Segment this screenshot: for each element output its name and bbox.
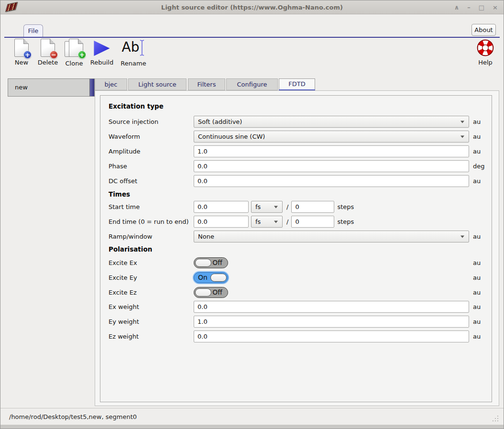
row-excite-ex: Excite Ex Off au <box>109 257 487 269</box>
delete-button-label: Delete <box>36 59 60 66</box>
tab-fdtd[interactable]: FDTD <box>279 78 315 90</box>
start-steps-input[interactable] <box>291 201 334 213</box>
dropdown-value: fs <box>255 218 261 225</box>
start-time-unit-dropdown[interactable]: fs <box>251 201 283 213</box>
chevron-down-icon <box>460 135 464 138</box>
field-label: Ey weight <box>109 318 194 325</box>
field-label: Amplitude <box>109 148 194 155</box>
tab-fdtd-label: FDTD <box>288 80 305 88</box>
row-excite-ez: Excite Ez Off au <box>109 286 487 298</box>
shade-button[interactable]: ∧ <box>454 0 460 14</box>
section-times: Times <box>109 190 130 198</box>
play-triangle-icon <box>93 41 110 56</box>
chevron-down-icon <box>274 220 278 223</box>
rename-ab-glyph: Ab <box>122 39 140 56</box>
steps-label: steps <box>337 203 354 210</box>
about-button[interactable]: About <box>471 24 496 36</box>
sidebar-scrollbar[interactable] <box>89 79 94 96</box>
dropdown-value: Continuous sine (CW) <box>198 133 265 140</box>
dc-offset-input[interactable] <box>194 175 469 187</box>
plus-badge-icon: + <box>23 51 32 59</box>
sidebar-item-label: new <box>15 84 28 91</box>
fdtd-form-panel: Excitation type Source injection Soft (a… <box>100 95 492 402</box>
amplitude-input[interactable] <box>194 145 469 157</box>
row-start-time: Start time fs / steps <box>109 201 487 213</box>
excite-ez-toggle[interactable]: Off <box>194 287 228 298</box>
end-steps-input[interactable] <box>291 216 334 228</box>
toggle-knob <box>210 274 227 282</box>
field-label: Excite Ez <box>109 289 194 296</box>
titlebar: Light source editor (https://www.Oghma-N… <box>0 0 504 14</box>
rename-button[interactable]: Ab Rename <box>119 39 148 67</box>
resize-grip[interactable] <box>492 415 499 422</box>
excite-ey-toggle[interactable]: On <box>194 272 228 283</box>
statusbar: /home/rod/Desktop/test5,new, segment0 <box>0 408 504 426</box>
row-end-time: End time (0 = run to end) fs / steps <box>109 216 487 228</box>
light-source-editor-window: Light source editor (https://www.Oghma-N… <box>0 0 504 429</box>
menu-accent-line <box>4 37 500 38</box>
text-cursor-icon <box>139 39 145 57</box>
row-ey-weight: Ey weight au <box>109 316 487 328</box>
field-label: Ex weight <box>109 303 194 310</box>
clone-button-label: Clone <box>63 60 86 67</box>
tab-light-source[interactable]: Light source <box>128 78 186 90</box>
dropdown-value: fs <box>255 203 261 210</box>
tab-object[interactable]: bjec <box>95 78 127 90</box>
close-button[interactable]: × <box>493 0 498 14</box>
row-ex-weight: Ex weight au <box>109 301 487 313</box>
source-injection-dropdown[interactable]: Soft (additive) <box>194 116 469 128</box>
chevron-down-icon <box>460 235 464 238</box>
help-button[interactable]: Help <box>475 39 496 66</box>
lifebuoy-help-icon <box>476 39 494 57</box>
ey-weight-input[interactable] <box>194 316 469 328</box>
window-bottom-edge <box>0 425 504 429</box>
chevron-down-icon <box>460 121 464 123</box>
field-label: End time (0 = run to end) <box>109 218 194 225</box>
start-time-input[interactable] <box>194 201 249 213</box>
slash-separator: / <box>286 218 288 225</box>
rebuild-button[interactable]: Rebuild <box>89 39 114 66</box>
dropdown-value: None <box>198 233 214 240</box>
minus-badge-icon: − <box>50 51 58 59</box>
front-document-icon: + <box>69 39 83 57</box>
help-button-label: Help <box>475 59 496 66</box>
end-time-input[interactable] <box>194 216 249 228</box>
window-controls: ∧ – □ × <box>454 0 498 14</box>
maximize-button[interactable]: □ <box>479 0 484 14</box>
row-waveform: Waveform Continuous sine (CW) au <box>109 131 487 143</box>
rename-ab-icon: Ab <box>119 39 148 58</box>
excite-ex-toggle[interactable]: Off <box>194 257 228 268</box>
page-fold-icon <box>50 39 55 44</box>
status-path-text: /home/rod/Desktop/test5,new, segment0 <box>9 413 137 420</box>
ex-weight-input[interactable] <box>194 301 469 313</box>
field-label: Waveform <box>109 133 194 140</box>
unit-label: au <box>473 303 481 310</box>
waveform-dropdown[interactable]: Continuous sine (CW) <box>194 131 469 143</box>
tab-configure[interactable]: Configure <box>226 78 278 90</box>
sidebar-item-new[interactable]: new <box>8 78 95 97</box>
field-label: Excite Ex <box>109 259 194 266</box>
ez-weight-input[interactable] <box>194 330 469 342</box>
window-title: Light source editor (https://www.Oghma-N… <box>0 0 504 14</box>
delete-button[interactable]: − Delete <box>36 39 60 66</box>
new-button-label: New <box>11 59 32 66</box>
toggle-state-label: Off <box>212 288 222 296</box>
ramp-window-dropdown[interactable]: None <box>194 231 469 242</box>
end-time-unit-dropdown[interactable]: fs <box>251 216 283 228</box>
row-excite-ey: Excite Ey On au <box>109 272 487 284</box>
clone-button[interactable]: + Clone <box>63 39 86 67</box>
tab-filters[interactable]: Filters <box>188 78 225 90</box>
page-fold-icon <box>78 39 83 44</box>
unit-label: deg <box>473 163 485 170</box>
file-menu-tab[interactable]: File <box>23 24 43 37</box>
page-fold-icon <box>23 39 29 44</box>
row-amplitude: Amplitude au <box>109 145 487 157</box>
phase-input[interactable] <box>194 160 469 172</box>
delete-document-icon: − <box>41 39 55 57</box>
minimize-button[interactable]: – <box>467 0 471 14</box>
unit-label: au <box>473 133 481 140</box>
clone-documents-icon: + <box>65 39 84 58</box>
new-document-icon: + <box>14 39 29 57</box>
row-dc-offset: DC offset au <box>109 175 487 187</box>
new-button[interactable]: + New <box>11 39 32 66</box>
